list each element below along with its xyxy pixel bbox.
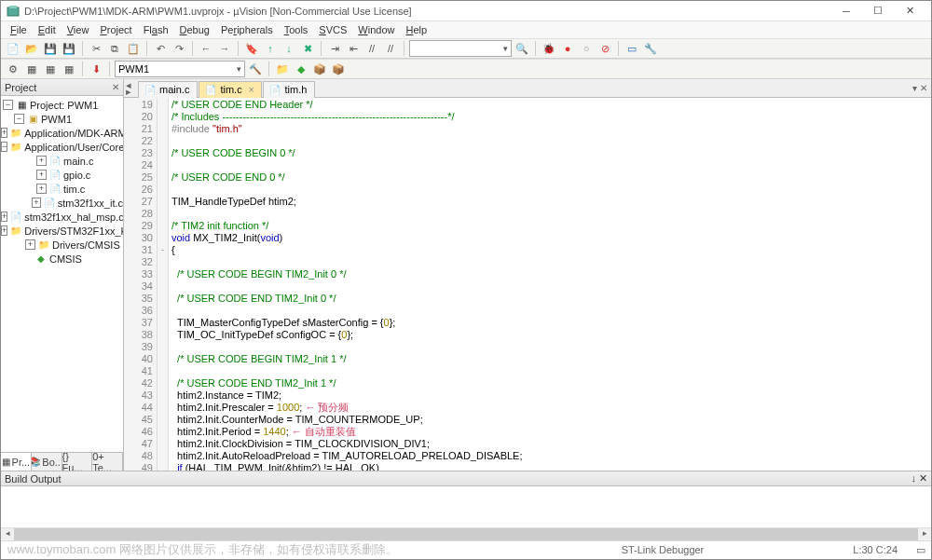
rebuild-icon[interactable]: ▦: [42, 61, 59, 77]
disable-bp-icon[interactable]: ○: [578, 40, 595, 57]
menu-edit[interactable]: Edit: [33, 23, 62, 36]
pane-close-icon[interactable]: ✕: [112, 82, 119, 92]
build-output-scrollbar[interactable]: ◂▸: [1, 527, 931, 540]
copy-icon[interactable]: ⧉: [106, 40, 123, 57]
nav-fwd-icon[interactable]: →: [216, 40, 233, 57]
download-icon[interactable]: ⬇: [88, 61, 104, 77]
save-icon[interactable]: 💾: [42, 40, 59, 57]
pane-tab-project[interactable]: ▦ Pr...: [1, 453, 32, 471]
bookmark-prev-icon[interactable]: ↑: [262, 40, 279, 57]
nav-back-icon[interactable]: ←: [198, 40, 214, 57]
config-icon[interactable]: 🔧: [642, 40, 659, 57]
comment-icon[interactable]: //: [363, 40, 380, 57]
select-pack-icon[interactable]: 📦: [311, 61, 328, 77]
project-tree[interactable]: −▦Project: PWM1 −▣PWM1 +📁Application/MDK…: [1, 96, 123, 452]
tree-group[interactable]: Application/User/Core: [24, 142, 123, 153]
tree-group[interactable]: Drivers/STM32F1xx_HAL_Driver: [24, 225, 123, 237]
bookmark-next-icon[interactable]: ↓: [281, 40, 297, 57]
tree-file[interactable]: main.c: [63, 156, 93, 167]
kill-bp-icon[interactable]: ⊘: [596, 40, 613, 57]
tree-toggle[interactable]: +: [32, 198, 41, 208]
undo-icon[interactable]: ↶: [152, 40, 169, 57]
svg-rect-0: [7, 7, 19, 16]
tree-toggle[interactable]: +: [36, 170, 47, 180]
build-target-icon[interactable]: ⚙: [5, 61, 21, 77]
file-icon: 📄: [144, 85, 156, 95]
bookmark-icon[interactable]: 🔖: [243, 40, 260, 57]
tree-group[interactable]: Drivers/CMSIS: [52, 239, 120, 251]
bookmark-clear-icon[interactable]: ✖: [299, 40, 316, 57]
menu-view[interactable]: View: [62, 23, 95, 36]
menu-help[interactable]: Help: [400, 23, 432, 36]
tree-toggle[interactable]: −: [3, 100, 13, 110]
project-pane-tabs: ▦ Pr... 📚 Bo... {} Fu... 0+ Te...: [1, 452, 123, 471]
menu-window[interactable]: Window: [352, 23, 400, 36]
window-icon[interactable]: ▭: [624, 40, 640, 57]
uncomment-icon[interactable]: //: [382, 40, 399, 57]
manage-icon[interactable]: 📁: [274, 61, 291, 77]
tree-toggle[interactable]: +: [1, 212, 7, 222]
breakpoint-icon[interactable]: ●: [559, 40, 576, 57]
paste-icon[interactable]: 📋: [125, 40, 142, 57]
tree-target[interactable]: PWM1: [41, 114, 72, 125]
menu-project[interactable]: Project: [94, 23, 137, 36]
tree-root[interactable]: Project: PWM1: [30, 100, 98, 111]
tree-file[interactable]: gpio.c: [63, 170, 90, 181]
tree-toggle[interactable]: +: [36, 184, 47, 194]
build-output-body[interactable]: [1, 486, 931, 527]
tab-menu-icon[interactable]: ▾ ✕: [912, 83, 927, 93]
manage-rte-icon[interactable]: ◆: [293, 61, 309, 77]
tree-toggle[interactable]: −: [1, 142, 7, 152]
window-title: D:\Project\PWM1\MDK-ARM\PWM1.uvprojx - µ…: [24, 6, 830, 17]
cut-icon[interactable]: ✂: [88, 40, 104, 57]
find-combo[interactable]: ▾: [409, 40, 512, 57]
pane-tab-books[interactable]: 📚 Bo...: [32, 453, 62, 471]
target-combo[interactable]: PWM1▾: [115, 61, 245, 77]
status-mode-icon: ▭: [916, 544, 925, 556]
target-options-icon[interactable]: 🔨: [247, 61, 264, 77]
tree-toggle[interactable]: +: [36, 156, 47, 166]
tree-group[interactable]: Application/MDK-ARM: [24, 128, 123, 139]
new-file-icon[interactable]: 📄: [5, 40, 21, 57]
find-icon[interactable]: 🔍: [514, 40, 530, 57]
build-icon[interactable]: ▦: [23, 61, 40, 77]
code-editor[interactable]: 1920212223242526272829303132333435363738…: [124, 98, 931, 471]
pack-installer-icon[interactable]: 📦: [330, 61, 347, 77]
menu-file[interactable]: File: [5, 23, 33, 36]
indent-icon[interactable]: ⇥: [326, 40, 343, 57]
open-icon[interactable]: 📂: [23, 40, 40, 57]
outdent-icon[interactable]: ⇤: [345, 40, 362, 57]
menu-flash[interactable]: Flash: [138, 23, 174, 36]
pane-tab-templates[interactable]: 0+ Te...: [92, 453, 123, 471]
minimize-button[interactable]: ─: [830, 2, 862, 20]
pane-tab-functions[interactable]: {} Fu...: [62, 453, 93, 471]
folder-icon: 📁: [10, 225, 21, 237]
file-tab-tim-c[interactable]: 📄tim.c×: [199, 81, 262, 98]
close-tab-icon[interactable]: ×: [249, 85, 254, 95]
redo-icon[interactable]: ↷: [171, 40, 187, 57]
tree-group[interactable]: CMSIS: [49, 253, 82, 265]
debug-icon[interactable]: 🐞: [541, 40, 557, 57]
file-icon: 📄: [49, 184, 61, 195]
pane-close-icon[interactable]: ↓ ✕: [911, 472, 927, 485]
maximize-button[interactable]: ☐: [862, 2, 894, 20]
save-all-icon[interactable]: 💾: [61, 40, 77, 57]
menu-peripherals[interactable]: Peripherals: [215, 23, 279, 36]
tree-file[interactable]: stm32f1xx_it.c: [58, 198, 123, 209]
tree-file[interactable]: stm32f1xx_hal_msp.c: [24, 212, 123, 223]
fold-gutter[interactable]: ----: [158, 98, 169, 471]
tree-toggle[interactable]: +: [25, 239, 35, 250]
tree-file[interactable]: tim.c: [63, 184, 85, 195]
file-tab-main[interactable]: 📄main.c: [138, 81, 198, 98]
tree-toggle[interactable]: +: [1, 225, 7, 236]
menu-debug[interactable]: Debug: [174, 23, 215, 36]
menu-tools[interactable]: Tools: [279, 23, 314, 36]
close-button[interactable]: ✕: [894, 2, 925, 20]
menu-svcs[interactable]: SVCS: [313, 23, 352, 36]
tree-toggle[interactable]: −: [14, 114, 24, 124]
batch-build-icon[interactable]: ▦: [61, 61, 77, 77]
tree-toggle[interactable]: +: [1, 128, 7, 138]
tab-nav-icon[interactable]: ◂▸: [126, 82, 131, 95]
code-area[interactable]: /* USER CODE END Header *//* Includes --…: [169, 98, 931, 471]
file-tab-tim-h[interactable]: 📄tim.h: [263, 81, 315, 98]
